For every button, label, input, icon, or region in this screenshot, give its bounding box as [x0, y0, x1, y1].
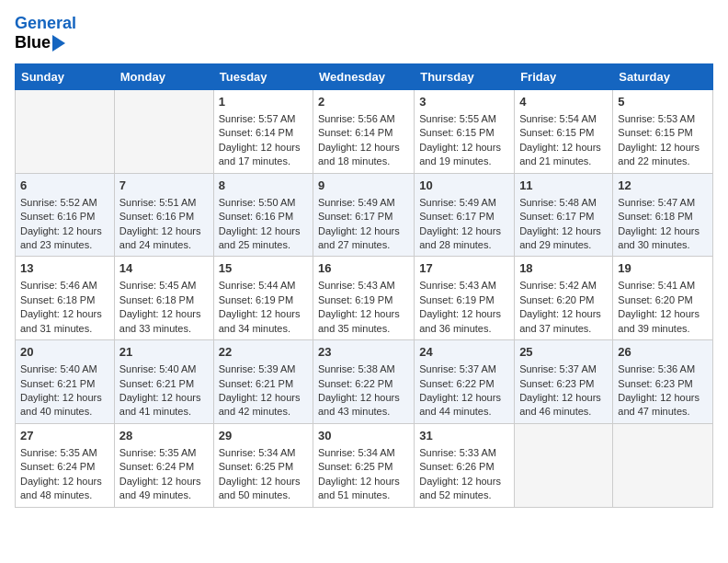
logo: General Blue [15, 15, 76, 52]
day-number: 22 [219, 344, 308, 361]
day-info: Sunrise: 5:41 AM [618, 279, 708, 293]
day-info: Daylight: 12 hours and 33 minutes. [119, 307, 209, 336]
day-info: Daylight: 12 hours and 52 minutes. [419, 475, 509, 503]
day-info: Sunset: 6:20 PM [519, 293, 608, 307]
day-number: 30 [318, 428, 409, 444]
week-row-3: 13Sunrise: 5:46 AMSunset: 6:18 PMDayligh… [16, 257, 713, 340]
day-info: Daylight: 12 hours and 40 minutes. [20, 391, 109, 419]
day-number: 8 [219, 178, 308, 194]
calendar-cell: 18Sunrise: 5:42 AMSunset: 6:20 PMDayligh… [515, 257, 613, 340]
day-info: Daylight: 12 hours and 49 minutes. [119, 475, 209, 503]
header-thursday: Thursday [415, 63, 515, 89]
day-number: 23 [318, 344, 409, 361]
day-info: Daylight: 12 hours and 21 minutes. [519, 141, 608, 169]
day-info: Sunrise: 5:47 AM [618, 196, 708, 210]
day-number: 5 [618, 94, 708, 110]
day-info: Sunrise: 5:46 AM [20, 279, 109, 293]
day-number: 19 [618, 260, 708, 277]
calendar-cell [613, 423, 713, 507]
calendar-header: SundayMondayTuesdayWednesdayThursdayFrid… [16, 63, 713, 89]
calendar-cell: 27Sunrise: 5:35 AMSunset: 6:24 PMDayligh… [16, 423, 115, 507]
day-info: Sunset: 6:26 PM [419, 460, 509, 474]
calendar-cell: 9Sunrise: 5:49 AMSunset: 6:17 PMDaylight… [313, 173, 415, 257]
day-info: Sunset: 6:22 PM [318, 377, 409, 391]
day-number: 2 [318, 94, 409, 110]
week-row-2: 6Sunrise: 5:52 AMSunset: 6:16 PMDaylight… [16, 173, 713, 257]
day-info: Daylight: 12 hours and 19 minutes. [419, 141, 509, 169]
day-info: Sunrise: 5:44 AM [219, 279, 308, 293]
day-info: Sunrise: 5:50 AM [219, 196, 308, 210]
day-info: Sunrise: 5:34 AM [318, 446, 409, 460]
day-number: 28 [119, 428, 209, 444]
day-number: 25 [519, 344, 608, 361]
day-number: 15 [219, 260, 308, 277]
day-info: Daylight: 12 hours and 30 minutes. [618, 224, 708, 253]
calendar-cell: 16Sunrise: 5:43 AMSunset: 6:19 PMDayligh… [313, 257, 415, 340]
calendar-cell: 14Sunrise: 5:45 AMSunset: 6:18 PMDayligh… [114, 257, 213, 340]
day-info: Sunrise: 5:38 AM [318, 362, 409, 376]
calendar-cell: 5Sunrise: 5:53 AMSunset: 6:15 PMDaylight… [613, 89, 713, 173]
day-number: 7 [119, 178, 209, 194]
calendar-cell: 13Sunrise: 5:46 AMSunset: 6:18 PMDayligh… [16, 257, 115, 340]
day-info: Daylight: 12 hours and 47 minutes. [618, 391, 708, 419]
day-info: Sunset: 6:24 PM [20, 460, 109, 474]
day-info: Sunrise: 5:53 AM [618, 112, 708, 126]
day-info: Sunrise: 5:33 AM [419, 446, 509, 460]
day-info: Sunset: 6:18 PM [119, 293, 209, 307]
day-info: Sunset: 6:15 PM [618, 126, 708, 140]
day-number: 29 [219, 428, 308, 444]
day-number: 24 [419, 344, 509, 361]
day-info: Daylight: 12 hours and 25 minutes. [219, 224, 308, 253]
day-info: Sunrise: 5:49 AM [318, 196, 409, 210]
day-info: Sunrise: 5:39 AM [219, 362, 308, 376]
day-info: Sunset: 6:21 PM [219, 377, 308, 391]
day-info: Sunset: 6:18 PM [618, 210, 708, 224]
day-info: Sunset: 6:23 PM [618, 377, 708, 391]
day-info: Sunset: 6:19 PM [219, 293, 308, 307]
day-info: Sunrise: 5:40 AM [119, 362, 209, 376]
header-monday: Monday [114, 63, 213, 89]
day-info: Sunset: 6:19 PM [318, 293, 409, 307]
day-number: 17 [419, 260, 509, 277]
calendar-cell: 11Sunrise: 5:48 AMSunset: 6:17 PMDayligh… [515, 173, 613, 257]
day-info: Sunrise: 5:51 AM [119, 196, 209, 210]
day-info: Sunset: 6:16 PM [119, 210, 209, 224]
header-sunday: Sunday [16, 63, 115, 89]
day-info: Daylight: 12 hours and 18 minutes. [318, 141, 409, 169]
day-number: 21 [119, 344, 209, 361]
day-info: Daylight: 12 hours and 35 minutes. [318, 307, 409, 336]
day-info: Sunrise: 5:35 AM [119, 446, 209, 460]
day-number: 1 [219, 94, 308, 110]
week-row-1: 1Sunrise: 5:57 AMSunset: 6:14 PMDaylight… [16, 89, 713, 173]
day-info: Daylight: 12 hours and 43 minutes. [318, 391, 409, 419]
day-info: Sunset: 6:25 PM [318, 460, 409, 474]
day-info: Sunrise: 5:52 AM [20, 196, 109, 210]
day-info: Sunrise: 5:49 AM [419, 196, 509, 210]
day-info: Daylight: 12 hours and 41 minutes. [119, 391, 209, 419]
day-info: Sunset: 6:22 PM [419, 377, 509, 391]
day-info: Sunset: 6:24 PM [119, 460, 209, 474]
day-number: 20 [20, 344, 109, 361]
day-info: Sunset: 6:17 PM [519, 210, 608, 224]
day-info: Daylight: 12 hours and 31 minutes. [20, 307, 109, 336]
day-number: 3 [419, 94, 509, 110]
day-info: Sunset: 6:16 PM [219, 210, 308, 224]
day-info: Sunset: 6:17 PM [419, 210, 509, 224]
day-number: 10 [419, 178, 509, 194]
day-number: 26 [618, 344, 708, 361]
day-info: Daylight: 12 hours and 22 minutes. [618, 141, 708, 169]
calendar-cell: 28Sunrise: 5:35 AMSunset: 6:24 PMDayligh… [114, 423, 213, 507]
page-header: General Blue [15, 15, 713, 52]
day-info: Sunset: 6:21 PM [119, 377, 209, 391]
calendar-cell: 20Sunrise: 5:40 AMSunset: 6:21 PMDayligh… [16, 340, 115, 424]
day-info: Sunrise: 5:35 AM [20, 446, 109, 460]
day-info: Daylight: 12 hours and 24 minutes. [119, 224, 209, 253]
calendar-cell: 21Sunrise: 5:40 AMSunset: 6:21 PMDayligh… [114, 340, 213, 424]
calendar-cell: 22Sunrise: 5:39 AMSunset: 6:21 PMDayligh… [213, 340, 313, 424]
calendar-cell: 10Sunrise: 5:49 AMSunset: 6:17 PMDayligh… [415, 173, 515, 257]
calendar-cell: 17Sunrise: 5:43 AMSunset: 6:19 PMDayligh… [415, 257, 515, 340]
week-row-4: 20Sunrise: 5:40 AMSunset: 6:21 PMDayligh… [16, 340, 713, 424]
day-info: Daylight: 12 hours and 42 minutes. [219, 391, 308, 419]
logo-arrow-icon [52, 35, 65, 52]
day-info: Daylight: 12 hours and 28 minutes. [419, 224, 509, 253]
